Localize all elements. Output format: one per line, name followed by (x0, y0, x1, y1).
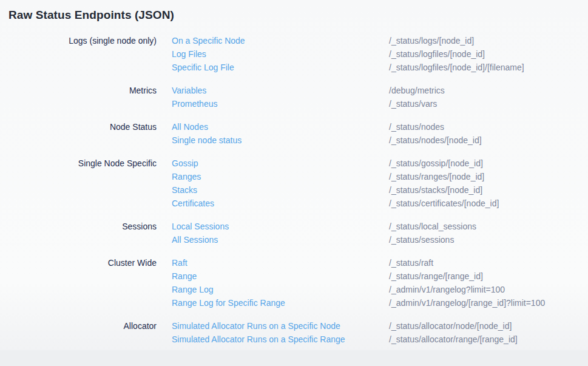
category-label: Single Node Specific (0, 157, 157, 210)
endpoint-link[interactable]: Variables (172, 84, 389, 97)
endpoint-row: Specific Log File/_status/logfiles/[node… (172, 61, 588, 74)
category-label: Metrics (0, 84, 157, 110)
endpoint-link[interactable]: On a Specific Node (172, 34, 389, 47)
category-label: Logs (single node only) (0, 34, 157, 74)
endpoint-row: Single node status/_status/nodes/[node_i… (172, 134, 588, 147)
endpoint-path: /_status/local_sessions (389, 220, 476, 233)
endpoint-row: Ranges/_status/ranges/[node_id] (172, 170, 588, 183)
endpoint-link[interactable]: Simulated Allocator Runs on a Specific N… (172, 319, 389, 333)
endpoint-link[interactable]: Range Log for Specific Range (172, 296, 389, 310)
endpoint-path: /_status/logfiles/[node_id] (389, 47, 485, 61)
endpoint-path: /_status/vars (389, 97, 437, 110)
endpoint-group: Single Node SpecificGossip/_status/gossi… (0, 157, 588, 210)
endpoint-link[interactable]: Ranges (172, 170, 389, 183)
endpoint-row: Certificates/_status/certificates/[node_… (172, 197, 588, 210)
endpoint-row: On a Specific Node/_status/logs/[node_id… (172, 34, 588, 47)
endpoint-entry-list: Raft/_status/raftRange/_status/range/[ra… (157, 256, 588, 310)
endpoint-link[interactable]: Range (172, 269, 389, 283)
endpoint-link[interactable]: Gossip (172, 157, 389, 170)
endpoint-entry-list: Gossip/_status/gossip/[node_id]Ranges/_s… (157, 157, 588, 210)
endpoint-path: /_status/certificates/[node_id] (389, 197, 499, 210)
endpoint-path: /_status/nodes (389, 120, 444, 134)
endpoint-group: Logs (single node only)On a Specific Nod… (0, 34, 588, 74)
endpoint-group: SessionsLocal Sessions/_status/local_ses… (0, 220, 588, 246)
endpoint-path: /_status/logfiles/[node_id]/[filename] (389, 61, 524, 74)
endpoint-row: Stacks/_status/stacks/[node_id] (172, 183, 588, 197)
endpoint-group: AllocatorSimulated Allocator Runs on a S… (0, 319, 588, 346)
endpoint-row: Range/_status/range/[range_id] (172, 269, 588, 283)
endpoint-group: MetricsVariables/debug/metricsPrometheus… (0, 84, 588, 110)
endpoint-path: /_status/gossip/[node_id] (389, 157, 483, 170)
endpoint-link[interactable]: Certificates (172, 197, 389, 210)
endpoint-path: /_status/range/[range_id] (389, 269, 483, 283)
category-label: Cluster Wide (0, 256, 157, 310)
endpoint-link[interactable]: Raft (172, 256, 389, 269)
endpoint-groups: Logs (single node only)On a Specific Nod… (0, 34, 588, 346)
category-label: Allocator (0, 319, 157, 346)
category-label: Sessions (0, 220, 157, 246)
endpoint-path: /_status/allocator/range/[range_id] (389, 333, 518, 346)
endpoint-entry-list: On a Specific Node/_status/logs/[node_id… (157, 34, 588, 74)
debug-endpoints-page: Raw Status Endpoints (JSON) Logs (single… (0, 0, 588, 350)
category-label: Node Status (0, 120, 157, 147)
endpoint-row: Simulated Allocator Runs on a Specific N… (172, 319, 588, 333)
endpoint-path: /_status/ranges/[node_id] (389, 170, 484, 183)
endpoint-link[interactable]: All Nodes (172, 120, 389, 134)
endpoint-path: /_status/sessions (389, 233, 454, 246)
endpoint-path: /_admin/v1/rangelog/[range_id]?limit=100 (389, 296, 545, 310)
endpoint-row: All Nodes/_status/nodes (172, 120, 588, 134)
endpoint-entry-list: Simulated Allocator Runs on a Specific N… (157, 319, 588, 346)
endpoint-link[interactable]: Single node status (172, 134, 389, 147)
endpoint-path: /_status/logs/[node_id] (389, 34, 474, 47)
endpoint-link[interactable]: Specific Log File (172, 61, 389, 74)
endpoint-row: Range Log/_admin/v1/rangelog?limit=100 (172, 283, 588, 296)
endpoint-entry-list: Local Sessions/_status/local_sessionsAll… (157, 220, 588, 246)
endpoint-row: Range Log for Specific Range/_admin/v1/r… (172, 296, 588, 310)
endpoint-row: Local Sessions/_status/local_sessions (172, 220, 588, 233)
endpoint-row: Raft/_status/raft (172, 256, 588, 269)
endpoint-entry-list: All Nodes/_status/nodesSingle node statu… (157, 120, 588, 147)
endpoint-link[interactable]: All Sessions (172, 233, 389, 246)
endpoint-row: Simulated Allocator Runs on a Specific R… (172, 333, 588, 346)
endpoint-link[interactable]: Prometheus (172, 97, 389, 110)
endpoint-row: Variables/debug/metrics (172, 84, 588, 97)
endpoint-group: Node StatusAll Nodes/_status/nodesSingle… (0, 120, 588, 147)
endpoint-entry-list: Variables/debug/metricsPrometheus/_statu… (157, 84, 588, 110)
endpoint-path: /_status/allocator/node/[node_id] (389, 319, 512, 333)
endpoint-row: Log Files/_status/logfiles/[node_id] (172, 47, 588, 61)
endpoint-link[interactable]: Range Log (172, 283, 389, 296)
endpoint-row: Gossip/_status/gossip/[node_id] (172, 157, 588, 170)
endpoint-row: Prometheus/_status/vars (172, 97, 588, 110)
endpoint-path: /_admin/v1/rangelog?limit=100 (389, 283, 505, 296)
endpoint-link[interactable]: Stacks (172, 183, 389, 197)
endpoint-path: /_status/nodes/[node_id] (389, 134, 482, 147)
endpoint-row: All Sessions/_status/sessions (172, 233, 588, 246)
endpoint-link[interactable]: Local Sessions (172, 220, 389, 233)
endpoint-path: /_status/stacks/[node_id] (389, 183, 482, 197)
endpoint-path: /_status/raft (389, 256, 433, 269)
endpoint-link[interactable]: Simulated Allocator Runs on a Specific R… (172, 333, 389, 346)
endpoint-link[interactable]: Log Files (172, 47, 389, 61)
endpoint-path: /debug/metrics (389, 84, 445, 97)
page-title: Raw Status Endpoints (JSON) (0, 0, 588, 22)
endpoint-group: Cluster WideRaft/_status/raftRange/_stat… (0, 256, 588, 310)
